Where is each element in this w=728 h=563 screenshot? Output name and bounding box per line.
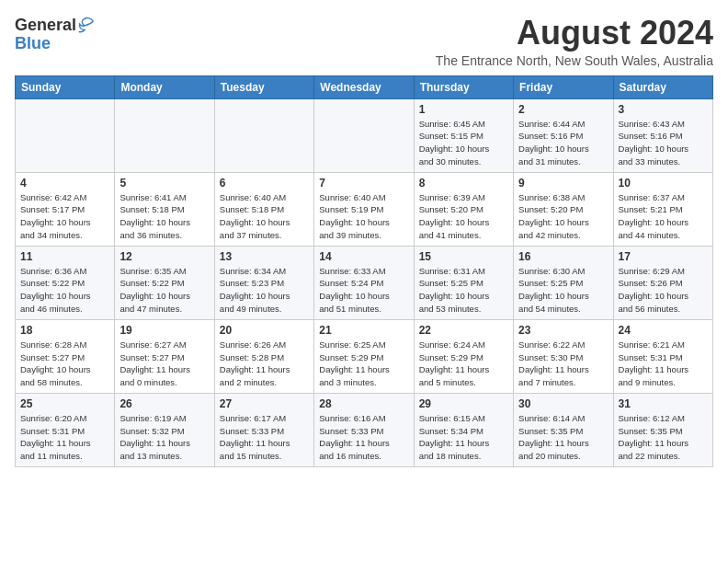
day-number: 11 [20, 250, 109, 263]
day-cell-10: 10Sunrise: 6:37 AMSunset: 5:21 PMDayligh… [613, 172, 712, 246]
day-number: 10 [619, 177, 708, 190]
day-info: Sunrise: 6:33 AMSunset: 5:24 PMDaylight:… [319, 265, 408, 316]
day-cell-1: 1Sunrise: 6:45 AMSunset: 5:15 PMDaylight… [414, 98, 513, 172]
day-info: Sunrise: 6:16 AMSunset: 5:33 PMDaylight:… [319, 412, 408, 463]
day-number: 7 [319, 177, 408, 190]
day-info: Sunrise: 6:22 AMSunset: 5:30 PMDaylight:… [518, 339, 608, 389]
day-cell-12: 12Sunrise: 6:35 AMSunset: 5:22 PMDayligh… [115, 246, 214, 319]
day-number: 28 [319, 397, 408, 410]
day-info: Sunrise: 6:40 AMSunset: 5:18 PMDaylight:… [220, 191, 309, 242]
day-number: 25 [20, 397, 109, 410]
day-cell-27: 27Sunrise: 6:17 AMSunset: 5:33 PMDayligh… [214, 393, 313, 466]
day-cell-9: 9Sunrise: 6:38 AMSunset: 5:20 PMDaylight… [514, 172, 613, 246]
week-row-1: 1Sunrise: 6:45 AMSunset: 5:15 PMDaylight… [16, 98, 713, 172]
day-number: 5 [119, 177, 209, 190]
day-info: Sunrise: 6:25 AMSunset: 5:29 PMDaylight:… [319, 339, 408, 389]
day-cell-26: 26Sunrise: 6:19 AMSunset: 5:32 PMDayligh… [115, 393, 214, 466]
day-info: Sunrise: 6:39 AMSunset: 5:20 PMDaylight:… [419, 191, 508, 242]
day-number: 22 [419, 324, 508, 337]
day-number: 30 [518, 397, 608, 410]
day-cell-14: 14Sunrise: 6:33 AMSunset: 5:24 PMDayligh… [314, 246, 414, 319]
day-info: Sunrise: 6:19 AMSunset: 5:32 PMDaylight:… [119, 412, 209, 463]
day-number: 18 [20, 324, 109, 337]
day-info: Sunrise: 6:41 AMSunset: 5:18 PMDaylight:… [119, 191, 209, 242]
week-row-3: 11Sunrise: 6:36 AMSunset: 5:22 PMDayligh… [16, 246, 713, 319]
weekday-header-sunday: Sunday [16, 75, 115, 98]
day-number: 23 [518, 324, 608, 337]
day-cell-5: 5Sunrise: 6:41 AMSunset: 5:18 PMDaylight… [115, 172, 214, 246]
weekday-header-wednesday: Wednesday [314, 75, 414, 98]
day-info: Sunrise: 6:45 AMSunset: 5:15 PMDaylight:… [419, 118, 508, 168]
page-header: General Blue August 2024 The Entrance No… [15, 15, 713, 68]
day-cell-13: 13Sunrise: 6:34 AMSunset: 5:23 PMDayligh… [214, 246, 313, 319]
day-cell-3: 3Sunrise: 6:43 AMSunset: 5:16 PMDaylight… [613, 98, 712, 172]
weekday-header-thursday: Thursday [414, 75, 513, 98]
day-cell-20: 20Sunrise: 6:26 AMSunset: 5:28 PMDayligh… [214, 319, 313, 393]
day-info: Sunrise: 6:14 AMSunset: 5:35 PMDaylight:… [518, 412, 608, 463]
day-number: 26 [119, 397, 209, 410]
day-number: 8 [419, 177, 508, 190]
empty-cell [314, 98, 414, 172]
location-subtitle: The Entrance North, New South Wales, Aus… [436, 53, 713, 68]
day-cell-29: 29Sunrise: 6:15 AMSunset: 5:34 PMDayligh… [414, 393, 513, 466]
day-cell-22: 22Sunrise: 6:24 AMSunset: 5:29 PMDayligh… [414, 319, 513, 393]
day-number: 21 [319, 324, 408, 337]
empty-cell [214, 98, 313, 172]
day-number: 29 [419, 397, 508, 410]
day-number: 16 [518, 250, 608, 263]
day-cell-28: 28Sunrise: 6:16 AMSunset: 5:33 PMDayligh… [314, 393, 414, 466]
day-info: Sunrise: 6:15 AMSunset: 5:34 PMDaylight:… [419, 412, 508, 463]
day-info: Sunrise: 6:44 AMSunset: 5:16 PMDaylight:… [518, 118, 608, 168]
day-number: 19 [119, 324, 209, 337]
day-number: 12 [119, 250, 209, 263]
day-number: 13 [220, 250, 309, 263]
calendar-table: SundayMondayTuesdayWednesdayThursdayFrid… [15, 75, 713, 467]
day-cell-31: 31Sunrise: 6:12 AMSunset: 5:35 PMDayligh… [613, 393, 712, 466]
day-cell-7: 7Sunrise: 6:40 AMSunset: 5:19 PMDaylight… [314, 172, 414, 246]
weekday-header-monday: Monday [115, 75, 214, 98]
title-section: August 2024 The Entrance North, New Sout… [436, 15, 713, 68]
day-cell-17: 17Sunrise: 6:29 AMSunset: 5:26 PMDayligh… [613, 246, 712, 319]
day-info: Sunrise: 6:40 AMSunset: 5:19 PMDaylight:… [319, 191, 408, 242]
day-cell-2: 2Sunrise: 6:44 AMSunset: 5:16 PMDaylight… [514, 98, 613, 172]
day-info: Sunrise: 6:37 AMSunset: 5:21 PMDaylight:… [619, 191, 708, 242]
day-cell-19: 19Sunrise: 6:27 AMSunset: 5:27 PMDayligh… [115, 319, 214, 393]
logo-blue: Blue [15, 35, 51, 52]
day-info: Sunrise: 6:21 AMSunset: 5:31 PMDaylight:… [619, 339, 708, 389]
weekday-header-friday: Friday [514, 75, 613, 98]
weekday-header-saturday: Saturday [613, 75, 712, 98]
logo-bird-icon [76, 15, 97, 35]
day-info: Sunrise: 6:30 AMSunset: 5:25 PMDaylight:… [518, 265, 608, 316]
day-cell-6: 6Sunrise: 6:40 AMSunset: 5:18 PMDaylight… [214, 172, 313, 246]
day-number: 20 [220, 324, 309, 337]
day-info: Sunrise: 6:43 AMSunset: 5:16 PMDaylight:… [619, 118, 708, 168]
month-title: August 2024 [436, 15, 713, 52]
day-number: 15 [419, 250, 508, 263]
day-number: 6 [220, 177, 309, 190]
day-cell-8: 8Sunrise: 6:39 AMSunset: 5:20 PMDaylight… [414, 172, 513, 246]
day-cell-4: 4Sunrise: 6:42 AMSunset: 5:17 PMDaylight… [16, 172, 115, 246]
week-row-2: 4Sunrise: 6:42 AMSunset: 5:17 PMDaylight… [16, 172, 713, 246]
day-info: Sunrise: 6:42 AMSunset: 5:17 PMDaylight:… [20, 191, 109, 242]
day-info: Sunrise: 6:28 AMSunset: 5:27 PMDaylight:… [20, 339, 109, 389]
day-cell-23: 23Sunrise: 6:22 AMSunset: 5:30 PMDayligh… [514, 319, 613, 393]
day-cell-24: 24Sunrise: 6:21 AMSunset: 5:31 PMDayligh… [613, 319, 712, 393]
day-number: 24 [619, 324, 708, 337]
day-number: 14 [319, 250, 408, 263]
day-number: 1 [419, 103, 508, 116]
day-info: Sunrise: 6:20 AMSunset: 5:31 PMDaylight:… [20, 412, 109, 463]
day-cell-18: 18Sunrise: 6:28 AMSunset: 5:27 PMDayligh… [16, 319, 115, 393]
day-cell-11: 11Sunrise: 6:36 AMSunset: 5:22 PMDayligh… [16, 246, 115, 319]
day-cell-30: 30Sunrise: 6:14 AMSunset: 5:35 PMDayligh… [514, 393, 613, 466]
day-info: Sunrise: 6:35 AMSunset: 5:22 PMDaylight:… [119, 265, 209, 316]
day-number: 27 [220, 397, 309, 410]
logo-general: General [15, 17, 76, 33]
empty-cell [115, 98, 214, 172]
day-cell-15: 15Sunrise: 6:31 AMSunset: 5:25 PMDayligh… [414, 246, 513, 319]
logo: General Blue [15, 15, 97, 52]
day-info: Sunrise: 6:17 AMSunset: 5:33 PMDaylight:… [220, 412, 309, 463]
day-number: 31 [619, 397, 708, 410]
day-info: Sunrise: 6:36 AMSunset: 5:22 PMDaylight:… [20, 265, 109, 316]
day-number: 2 [518, 103, 608, 116]
day-cell-21: 21Sunrise: 6:25 AMSunset: 5:29 PMDayligh… [314, 319, 414, 393]
